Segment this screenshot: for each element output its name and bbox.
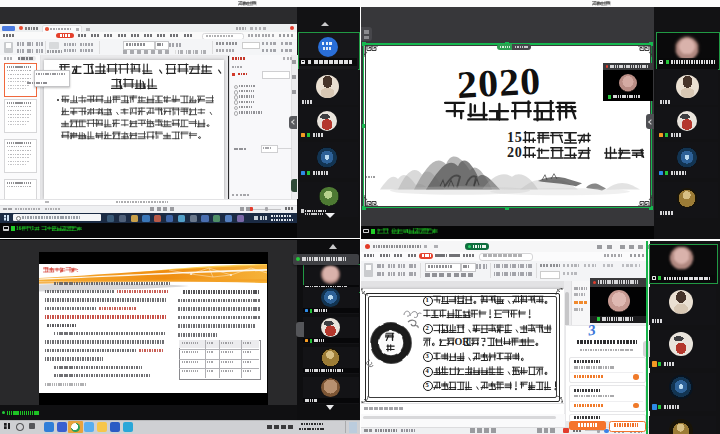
svg-text:5: 5 (515, 131, 522, 145)
svg-text:OR: OR (455, 337, 471, 347)
svg-text:2: 2 (507, 146, 514, 160)
svg-text:1: 1 (32, 226, 35, 231)
svg-text:16: 16 (16, 226, 22, 231)
svg-text:0: 0 (515, 146, 522, 160)
svg-text:1: 1 (507, 131, 514, 145)
svg-text::: : (76, 267, 78, 273)
